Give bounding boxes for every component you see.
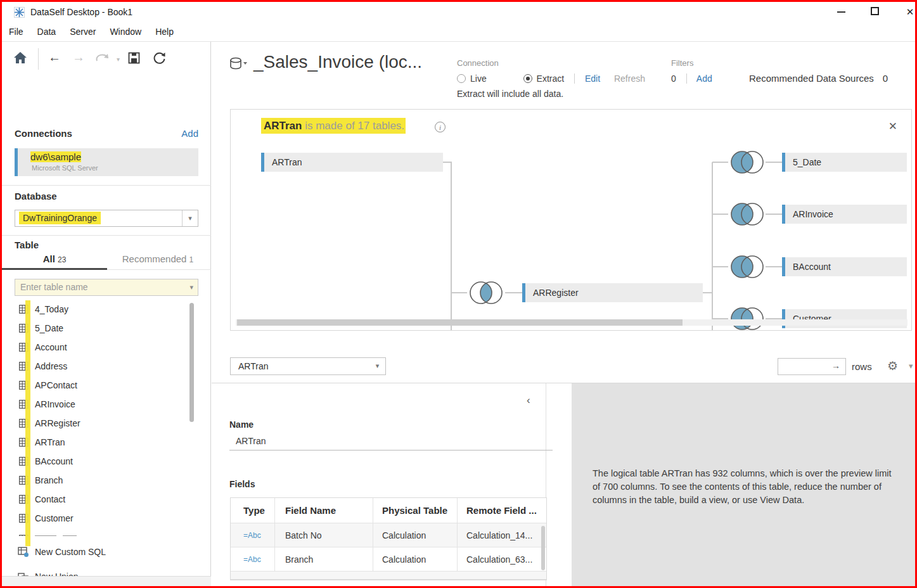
divider [2,185,211,186]
inner-join-icon[interactable] [467,280,505,308]
left-join-icon[interactable] [728,150,766,177]
recommended-data-sources: Recommended Data Sources0 [749,73,888,84]
forward-icon[interactable]: → [72,50,85,65]
column-header[interactable]: Remote Field ... [458,498,546,523]
table-list-scrollbar[interactable] [189,303,194,422]
column-header[interactable]: Field Name [275,498,373,523]
canvas-horizontal-scrollbar[interactable] [236,319,907,326]
table-name: Account [35,342,67,352]
table-list-item[interactable]: 5_Date [2,319,200,338]
table-name: 4_Today [35,304,68,314]
diagram-node[interactable]: 5_Date [782,153,907,172]
add-connection-link[interactable]: Add [181,128,198,139]
menu-item-server[interactable]: Server [63,23,103,37]
banner-table-name: ARTran [264,120,302,132]
refresh-link[interactable]: Refresh [614,74,645,84]
table-list-item[interactable]: BAccount [2,452,200,471]
settings-gear-icon[interactable]: ⚙ [887,359,898,373]
table-list-item[interactable]: ARTran [2,433,200,452]
table-list-item[interactable]: Address [2,357,200,376]
diagram-node-mid[interactable]: ARRegister [522,283,703,302]
table-name: 5_Date [35,323,63,333]
apply-rows-icon[interactable]: → [831,361,840,371]
left-join-icon[interactable] [728,254,766,282]
datasource-db-icon[interactable] [229,57,248,75]
column-header[interactable]: Type [231,498,275,523]
main-area: _Sales_Invoice (loc... Connection Live E… [212,42,915,586]
left-join-icon[interactable] [728,306,766,331]
diagram-node[interactable]: ARInvoice [782,205,907,224]
table-list-item-clipped[interactable] [2,528,200,536]
filters-count: 0 [671,74,676,84]
datasource-title[interactable]: _Sales_Invoice (loc... [253,52,422,72]
connection-type: Microsoft SQL Server [32,164,198,172]
table-name: Contact [35,494,65,504]
table-name: BAccount [35,456,73,466]
menu-item-help[interactable]: Help [148,23,181,37]
edge-caret-icon[interactable]: ▾ [909,361,913,371]
table-list-item[interactable]: Branch [2,471,200,490]
table-tabs: All 23 Recommended 1 [2,253,211,270]
tab-recommended[interactable]: Recommended 1 [107,253,208,264]
connection-group-label: Connection [457,58,499,68]
back-icon[interactable]: ← [48,50,61,65]
table-row-clipped [231,572,546,580]
preview-limit-message: The logical table ARTran has 932 columns… [593,467,897,507]
collapse-panel-icon[interactable]: ‹ [527,394,530,407]
diagram-node[interactable]: BAccount [782,257,907,276]
minimize-button[interactable] [827,2,855,21]
table-row[interactable]: =Abc Batch No Calculation Calculation_14… [231,523,546,547]
table-select-caret-icon[interactable]: ▾ [369,358,385,374]
rows-label: rows [852,361,872,372]
menu-bar: FileDataServerWindowHelp [2,23,915,42]
table-row[interactable]: =Abc Branch Calculation Calculation_63..… [231,547,546,572]
scrollbar-thumb[interactable] [237,319,683,326]
title-bar: DataSelf Desktop - Book1 ✕ [2,2,915,23]
logical-table-select[interactable]: ARTran ▾ [230,357,386,375]
redo-icon[interactable] [95,52,110,67]
extract-note: Extract will include all data. [457,89,563,99]
tab-all[interactable]: All 23 [2,253,107,264]
remote-field-cell: Calculation_63... [458,547,546,571]
field-type-icon: =Abc [231,523,275,547]
database-caret-icon[interactable]: ▾ [182,210,198,226]
column-header[interactable]: Physical Table [373,498,458,523]
field-name-cell: Branch [275,547,373,571]
menu-item-data[interactable]: Data [30,23,63,37]
refresh-icon[interactable] [153,51,166,67]
connection-item[interactable]: dw6\sample Microsoft SQL Server [15,148,198,176]
redo-caret-icon[interactable]: ▾ [117,56,120,63]
maximize-button[interactable] [861,2,888,21]
add-filter-link[interactable]: Add [696,74,712,84]
table-search-input[interactable] [15,279,174,294]
edit-link[interactable]: Edit [585,74,600,84]
home-icon[interactable] [13,51,27,67]
table-heading: Table [15,240,39,250]
table-list-item[interactable]: ARInvoice [2,395,200,414]
divider [686,74,687,84]
table-name: ARInvoice [35,399,75,409]
left-join-icon[interactable] [728,201,766,229]
table-list-item[interactable]: Contact [2,490,200,509]
diagram-node-root[interactable]: ARTran [261,153,443,172]
table-list-item[interactable]: Account [2,338,200,357]
rows-limit-input[interactable]: → [778,358,846,375]
canvas-close-icon[interactable]: ✕ [888,120,897,133]
fields-table-scrollbar[interactable] [541,526,545,570]
info-icon[interactable]: i [435,122,446,132]
table-list-item[interactable]: APContact [2,376,200,395]
remote-field-cell: Calculation_14... [458,523,546,547]
database-select[interactable]: DwTrainingOrange ▾ [15,210,198,227]
radio-extract[interactable]: Extract [523,74,565,84]
save-icon[interactable] [128,52,140,67]
close-button[interactable]: ✕ [896,2,917,21]
table-list-item[interactable]: ARRegister [2,414,200,433]
search-caret-icon[interactable]: ▾ [189,283,193,291]
menu-item-file[interactable]: File [2,23,30,37]
table-list-item[interactable]: Customer [2,509,200,528]
table-list-item[interactable]: 4_Today [2,300,200,319]
new-custom-sql-item[interactable]: New Custom SQL [2,544,211,562]
radio-live[interactable]: Live [457,74,487,84]
name-value[interactable]: ARTran [236,436,266,446]
menu-item-window[interactable]: Window [103,23,148,37]
